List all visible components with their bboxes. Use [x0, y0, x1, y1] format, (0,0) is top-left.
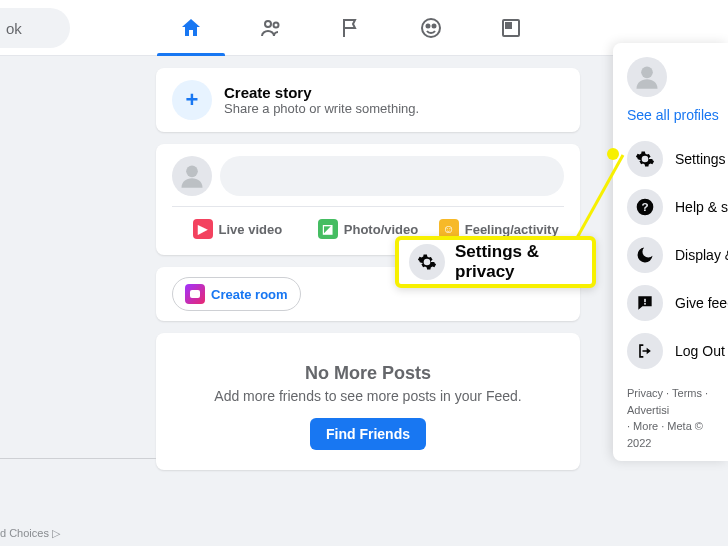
svg-text:?: ? — [641, 200, 648, 213]
menu-logout[interactable]: Log Out — [627, 327, 728, 375]
gaming-icon — [499, 16, 523, 40]
groups-icon — [419, 16, 443, 40]
no-posts-subtitle: Add more friends to see more posts in yo… — [172, 388, 564, 404]
nav-home[interactable] — [155, 0, 227, 56]
menu-label: Settings & priv — [675, 151, 728, 167]
moon-icon — [627, 237, 663, 273]
callout-label: Settings & privacy — [455, 242, 582, 282]
gear-icon — [627, 141, 663, 177]
nav-gaming[interactable] — [475, 0, 547, 56]
no-posts-title: No More Posts — [172, 363, 564, 384]
nav-groups[interactable] — [395, 0, 467, 56]
svg-rect-11 — [644, 299, 646, 302]
annotation-line — [568, 150, 628, 250]
bottom-fragment: d Choices ▷ — [0, 527, 60, 540]
gear-icon — [409, 244, 445, 280]
plus-icon: + — [172, 80, 212, 120]
friends-icon — [259, 16, 283, 40]
svg-point-8 — [641, 67, 653, 79]
no-posts-card: No More Posts Add more friends to see mo… — [156, 333, 580, 470]
menu-settings-privacy[interactable]: Settings & priv — [627, 135, 728, 183]
divider — [172, 206, 564, 207]
settings-privacy-callout: Settings & privacy — [395, 236, 596, 288]
feeling-label: Feeling/activity — [465, 222, 559, 237]
annotation-dot — [607, 148, 619, 160]
menu-label: Give feedback — [675, 295, 728, 311]
svg-rect-6 — [506, 23, 511, 28]
footer-line-1: Privacy · Terms · Advertisi — [627, 385, 728, 418]
story-title: Create story — [224, 84, 419, 101]
create-story-card[interactable]: + Create story Share a photo or write so… — [156, 68, 580, 132]
video-icon: ▶ — [193, 219, 213, 239]
avatar — [627, 57, 667, 97]
avatar[interactable] — [172, 156, 212, 196]
person-icon — [178, 162, 206, 190]
nav-center — [155, 0, 547, 56]
dropdown-footer: Privacy · Terms · Advertisi · More · Met… — [627, 385, 728, 451]
svg-point-7 — [186, 166, 198, 178]
feedback-icon — [627, 285, 663, 321]
photo-icon: ◪ — [318, 219, 338, 239]
create-room-label: Create room — [211, 287, 288, 302]
menu-label: Log Out — [675, 343, 725, 359]
search-fragment-text: ok — [6, 20, 22, 37]
search-input[interactable]: ok — [0, 8, 70, 48]
person-icon — [633, 63, 661, 91]
live-video-label: Live video — [219, 222, 283, 237]
svg-point-3 — [427, 25, 430, 28]
svg-line-13 — [573, 155, 623, 245]
menu-label: Display & acce — [675, 247, 728, 263]
live-video-button[interactable]: ▶ Live video — [172, 211, 303, 247]
svg-rect-12 — [644, 303, 646, 305]
nav-pages[interactable] — [315, 0, 387, 56]
composer-top — [172, 156, 564, 196]
find-friends-button[interactable]: Find Friends — [310, 418, 426, 450]
flag-icon — [339, 16, 363, 40]
camera-icon — [185, 284, 205, 304]
menu-label: Help & support — [675, 199, 728, 215]
svg-point-0 — [265, 21, 271, 27]
menu-help-support[interactable]: ? Help & support — [627, 183, 728, 231]
svg-point-2 — [422, 19, 440, 37]
svg-point-4 — [433, 25, 436, 28]
svg-point-1 — [274, 23, 279, 28]
nav-friends[interactable] — [235, 0, 307, 56]
footer-line-2: · More · Meta © 2022 — [627, 418, 728, 451]
menu-feedback[interactable]: Give feedback — [627, 279, 728, 327]
left-divider — [0, 458, 156, 459]
photo-video-label: Photo/video — [344, 222, 418, 237]
story-subtitle: Share a photo or write something. — [224, 101, 419, 116]
create-room-button[interactable]: Create room — [172, 277, 301, 311]
help-icon: ? — [627, 189, 663, 225]
story-text: Create story Share a photo or write some… — [224, 84, 419, 116]
account-dropdown: See all profiles Settings & priv ? Help … — [613, 43, 728, 461]
composer-input[interactable] — [220, 156, 564, 196]
logout-icon — [627, 333, 663, 369]
home-icon — [179, 16, 203, 40]
dropdown-profile-row[interactable] — [627, 57, 728, 97]
menu-display[interactable]: Display & acce — [627, 231, 728, 279]
see-all-profiles-link[interactable]: See all profiles — [627, 107, 728, 123]
